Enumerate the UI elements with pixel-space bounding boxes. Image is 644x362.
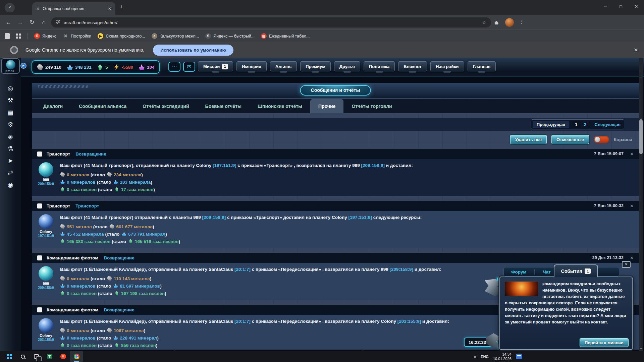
message-type-link[interactable]: Возвращение xyxy=(104,307,134,312)
address-bar[interactable]: xcraft.net/messages/other/ ☆ xyxy=(51,17,491,27)
yandex-browser-button[interactable]: Y xyxy=(56,351,70,362)
nav-button-settings[interactable]: Настройки xyxy=(430,61,464,71)
mail-icon[interactable]: ✉ xyxy=(183,62,195,72)
message-checkbox[interactable] xyxy=(37,255,42,260)
go-to-mission-button[interactable]: Перейти к миссии xyxy=(580,338,629,347)
tab-alliance-messages[interactable]: Сообщения альянса xyxy=(71,99,135,113)
apps-grid-icon[interactable] xyxy=(16,34,21,39)
shipyard-icon[interactable]: ⚒ xyxy=(0,95,21,107)
maximize-icon[interactable]: □ xyxy=(613,0,629,15)
tab-expedition-reports[interactable]: Отчёты экспедиций xyxy=(135,99,197,113)
chat-icon[interactable]: ⋯ xyxy=(168,62,180,72)
planet-avatar[interactable] xyxy=(39,162,53,177)
start-button[interactable] xyxy=(3,351,16,362)
bookmark-item-xcraft-builds[interactable]: ✕Постройки xyxy=(63,33,91,39)
fleet-icon[interactable]: ➤ xyxy=(0,155,21,167)
taskbar-clock[interactable]: 14:34 10.01.2026 xyxy=(493,352,512,361)
planet-coords[interactable]: 203:155:9 xyxy=(32,338,60,342)
tab-forum[interactable]: Форум xyxy=(511,269,526,275)
new-tab-button[interactable]: + xyxy=(119,3,123,11)
browser-tab[interactable]: ✕ Отправка сообщения ✕ xyxy=(32,2,115,15)
reload-icon[interactable]: ↻ xyxy=(26,19,38,26)
coords-link[interactable]: [209:158:9] xyxy=(389,267,413,272)
site-settings-icon[interactable] xyxy=(56,19,60,25)
pagination-page-1[interactable]: 1 xyxy=(572,121,580,128)
nav-button-home[interactable]: Главная xyxy=(468,61,496,71)
defense-icon[interactable]: ◈ xyxy=(0,131,21,143)
planet-avatar[interactable] xyxy=(39,266,53,281)
nav-button-notebook[interactable]: Блокнот xyxy=(398,61,427,71)
message-checkbox[interactable] xyxy=(37,152,42,157)
tab-close-icon[interactable]: ✕ xyxy=(108,6,111,11)
nav-button-politics[interactable]: Политика xyxy=(364,61,395,71)
tab-search-chevron-icon[interactable]: ˅ xyxy=(5,3,15,12)
message-close-icon[interactable]: ✕ xyxy=(630,152,634,157)
browser-menu-icon[interactable]: ⋮ xyxy=(519,19,524,25)
tray-expand-icon[interactable]: ∧ xyxy=(474,354,476,359)
forward-icon[interactable]: → xyxy=(14,19,26,26)
message-type-link[interactable]: Возвращение xyxy=(75,152,106,157)
fleet-link[interactable]: ЁЛазионный КАллайдер xyxy=(89,267,144,272)
coords-link[interactable]: [20:1:7] xyxy=(234,267,251,272)
chrome-button[interactable] xyxy=(70,351,83,362)
notifications-icon[interactable] xyxy=(516,354,522,359)
coords-link[interactable]: [209:158:9] xyxy=(361,163,385,168)
spreadsheet-app-button[interactable] xyxy=(43,351,56,362)
tab-battle-reports[interactable]: Боевые отчёты xyxy=(197,99,250,113)
nav-button-premium[interactable]: Премиум xyxy=(300,61,331,71)
back-icon[interactable]: ← xyxy=(3,19,14,26)
bookmark-item-yandex[interactable]: ЯЯндекс xyxy=(34,33,56,39)
marked-button[interactable]: Отмеченные xyxy=(551,135,589,144)
scroll-down-icon[interactable]: ▾ xyxy=(639,347,643,350)
bookmark-item-timesheet[interactable]: ▤Ежедневный табел... xyxy=(261,33,310,39)
buildings-icon[interactable]: ▦ xyxy=(0,107,21,119)
delete-all-button[interactable]: Удалить всё xyxy=(510,135,547,144)
fleet-link[interactable]: Малый транспорт xyxy=(92,163,132,168)
nav-button-empire[interactable]: Империя xyxy=(236,61,267,71)
search-button[interactable] xyxy=(16,351,30,362)
settings-gear-icon[interactable]: ⚙ xyxy=(0,119,21,131)
fleet-link[interactable]: ЁЛазионный КАллайдер xyxy=(89,319,144,324)
message-type-link[interactable]: Транспорт xyxy=(75,203,99,208)
coords-link[interactable]: [20:1:7] xyxy=(234,319,251,324)
panel-icon[interactable] xyxy=(5,33,10,39)
bookmark-item-scheme[interactable]: ▶Схема проходного... xyxy=(98,33,145,39)
planet-coords[interactable]: 209:158:9 xyxy=(32,286,60,290)
tab-chat[interactable]: Чат xyxy=(543,269,551,275)
planet-avatar[interactable] xyxy=(39,214,53,229)
trash-toggle[interactable] xyxy=(594,136,609,143)
task-view-button[interactable] xyxy=(30,351,43,362)
coords-link[interactable]: [209:158:9] xyxy=(202,215,226,220)
language-indicator[interactable]: ENG xyxy=(481,355,489,359)
current-planet-thumbnail[interactable]: [203:15.. xyxy=(1,58,20,74)
bookmark-item-yandex-fast[interactable]: SЯндекс — быстрый... xyxy=(205,33,255,39)
planet-coords[interactable]: 209:158:9 xyxy=(32,182,60,186)
set-default-button[interactable]: Использовать по умолчанию xyxy=(153,45,233,56)
message-checkbox[interactable] xyxy=(37,203,42,208)
bookmark-star-icon[interactable]: ☆ xyxy=(482,19,486,25)
notification-close-icon[interactable]: ✕ xyxy=(634,47,638,53)
window-close-icon[interactable]: ✕ xyxy=(629,0,644,15)
popup-close-icon[interactable]: ✕ xyxy=(622,261,631,268)
coords-link[interactable]: [203:155:9] xyxy=(397,319,421,324)
nav-button-alliance[interactable]: Альянс xyxy=(270,61,297,71)
message-close-icon[interactable]: ✕ xyxy=(630,203,634,208)
pagination-page-2[interactable]: 2 xyxy=(583,122,587,127)
pagination-previous[interactable]: Предыдущая xyxy=(533,121,569,128)
play-icon[interactable]: ▶ xyxy=(20,63,26,69)
message-type-link[interactable]: Возвращение xyxy=(104,255,134,260)
scrollbar-thumb[interactable] xyxy=(639,119,643,154)
fleet-link[interactable]: Малый транспорт xyxy=(92,215,132,220)
home-icon[interactable]: ⌂ xyxy=(38,19,50,26)
extensions-icon[interactable] xyxy=(494,20,499,26)
galaxy-icon[interactable]: ◎ xyxy=(0,82,21,95)
nav-button-missions[interactable]: Миссии1 xyxy=(198,61,233,71)
orbit-icon[interactable]: ◉ xyxy=(0,179,21,191)
tab-other[interactable]: Прочие xyxy=(310,99,343,113)
research-icon[interactable]: ⚗ xyxy=(0,143,21,155)
tab-events[interactable]: События 1 xyxy=(554,264,598,277)
pagination-next[interactable]: Следующая xyxy=(593,122,623,127)
planet-avatar[interactable] xyxy=(39,318,53,333)
message-close-icon[interactable]: ✕ xyxy=(630,255,634,260)
tab-spy-reports[interactable]: Шпионские отчёты xyxy=(250,99,310,113)
